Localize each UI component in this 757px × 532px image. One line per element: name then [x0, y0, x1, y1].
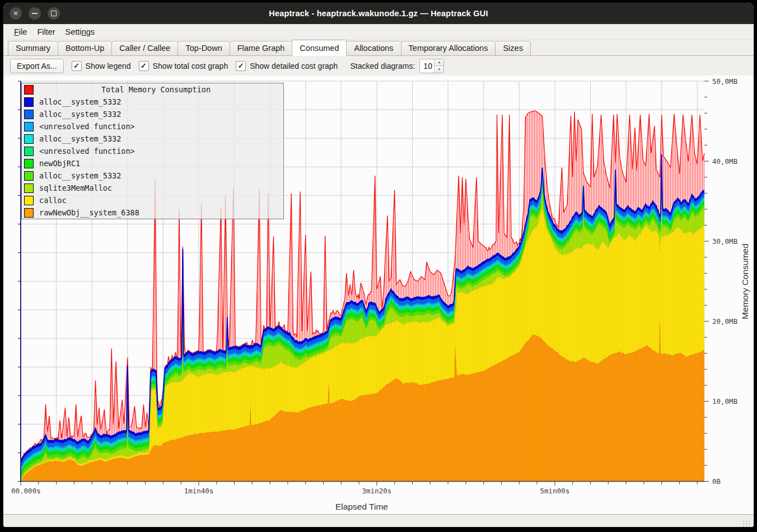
legend-label: newObjRC1: [39, 159, 80, 168]
legend-item: <unresolved function>: [22, 120, 283, 133]
window-title: Heaptrack - heaptrack.wakunode.1.gz — He…: [269, 9, 488, 18]
tab-flame-graph[interactable]: Flame Graph: [230, 41, 292, 56]
chart-legend: Total Memory Consumptionalloc__system_53…: [21, 83, 284, 219]
menu-filter[interactable]: Filter: [32, 26, 60, 38]
spinbox-value[interactable]: 10: [420, 59, 434, 73]
legend-swatch: [24, 134, 34, 144]
toolbar: Export As... ✓ Show legend ✓ Show total …: [3, 56, 754, 76]
app-window: ✕ Heaptrack - heaptrack.wakunode.1.gz — …: [3, 3, 754, 527]
x-axis-title: Elapsed Time: [335, 502, 388, 511]
legend-item: alloc__system_5332: [22, 170, 283, 182]
legend-label: calloc: [39, 196, 67, 205]
tab-summary[interactable]: Summary: [8, 41, 58, 56]
y-tick-label: 50,0MB: [712, 77, 737, 86]
legend-label: <unresolved function>: [39, 122, 135, 131]
legend-label: <unresolved function>: [39, 147, 135, 156]
legend-item: newObjRC1: [22, 157, 283, 170]
checkbox-icon: ✓: [236, 61, 246, 71]
stacked-diagrams-spinbox[interactable]: 10 ▲ ▼: [419, 59, 444, 73]
close-button[interactable]: ✕: [10, 7, 22, 20]
tab-consumed[interactable]: Consumed: [292, 40, 347, 56]
tab-temporary-allocations[interactable]: Temporary Allocations: [401, 41, 496, 56]
x-tick-label: 3min20s: [362, 487, 392, 495]
checkbox-show-total-cost-graph[interactable]: ✓ Show total cost graph: [139, 61, 228, 71]
y-tick-label: 40,0MB: [712, 157, 737, 166]
legend-swatch: [24, 196, 34, 205]
legend-item: rawNewObj__system_6388: [22, 206, 283, 219]
chart-area: 0B10,0MB20,0MB30,0MB40,0MB50,0MB00.000s1…: [3, 76, 754, 515]
legend-item: <unresolved function>: [22, 145, 283, 157]
legend-label: rawNewObj__system_6388: [39, 208, 139, 217]
x-tick-label: 5min00s: [540, 487, 570, 495]
tab-bar: Summary Bottom-Up Caller / Callee Top-Do…: [3, 40, 754, 56]
maximize-button[interactable]: [48, 7, 60, 20]
minimize-button[interactable]: [29, 7, 41, 20]
legend-swatch: [24, 110, 34, 119]
legend-swatch: [24, 85, 34, 95]
stacked-diagrams-label: Stacked diagrams:: [350, 62, 415, 70]
legend-item: alloc__system_5332: [22, 108, 283, 120]
y-axis-title: Memory Consumed: [740, 243, 750, 319]
title-bar[interactable]: ✕ Heaptrack - heaptrack.wakunode.1.gz — …: [3, 3, 754, 24]
minimize-icon: [32, 13, 38, 14]
y-tick-label: 10,0MB: [712, 397, 737, 406]
menu-file[interactable]: File: [9, 26, 32, 38]
checkbox-label: Show total cost graph: [153, 62, 228, 70]
tab-top-down[interactable]: Top-Down: [177, 41, 229, 56]
export-as-button[interactable]: Export As...: [10, 59, 64, 73]
legend-label: Total Memory Consumption: [39, 85, 273, 94]
y-tick-label: 20,0MB: [712, 317, 737, 326]
close-icon: ✕: [13, 10, 18, 17]
checkbox-show-detailed-cost-graph[interactable]: ✓ Show detailed cost graph: [236, 61, 338, 71]
status-bar: [3, 515, 754, 527]
legend-item: Total Memory Consumption: [22, 83, 283, 96]
legend-label: alloc__system_5332: [39, 110, 121, 119]
x-tick-label: 1min40s: [184, 487, 214, 495]
checkbox-show-legend[interactable]: ✓ Show legend: [72, 61, 131, 71]
tab-sizes[interactable]: Sizes: [495, 41, 530, 56]
maximize-icon: [51, 11, 57, 16]
resize-grip[interactable]: [742, 520, 750, 527]
y-tick-label: 30,0MB: [712, 237, 737, 246]
legend-item: sqlite3MemMalloc: [22, 182, 283, 194]
legend-swatch: [24, 122, 34, 131]
tab-bottom-up[interactable]: Bottom-Up: [58, 41, 111, 56]
checkbox-label: Show legend: [86, 62, 131, 70]
legend-swatch: [24, 171, 34, 181]
legend-item: alloc__system_5332: [22, 96, 283, 108]
legend-swatch: [24, 147, 34, 156]
menu-bar: File Filter Settings: [3, 24, 754, 40]
spin-up-button[interactable]: ▲: [434, 59, 443, 67]
legend-label: alloc__system_5332: [39, 171, 121, 180]
tab-allocations[interactable]: Allocations: [347, 41, 400, 56]
checkbox-label: Show detailed cost graph: [250, 62, 338, 70]
x-tick-label: 00.000s: [11, 487, 41, 495]
legend-swatch: [24, 208, 34, 218]
legend-item: calloc: [22, 194, 283, 206]
menu-settings[interactable]: Settings: [60, 26, 100, 38]
legend-item: alloc__system_5332: [22, 133, 283, 145]
legend-swatch: [24, 97, 34, 107]
legend-swatch: [24, 159, 34, 168]
checkbox-icon: ✓: [72, 61, 82, 71]
legend-label: alloc__system_5332: [39, 134, 121, 143]
legend-label: sqlite3MemMalloc: [39, 183, 112, 192]
tab-caller-callee[interactable]: Caller / Callee: [111, 41, 177, 56]
checkbox-icon: ✓: [139, 61, 149, 71]
spin-down-button[interactable]: ▼: [434, 66, 443, 73]
y-tick-label: 0B: [712, 477, 721, 486]
legend-swatch: [24, 183, 34, 193]
legend-label: alloc__system_5332: [39, 97, 121, 106]
